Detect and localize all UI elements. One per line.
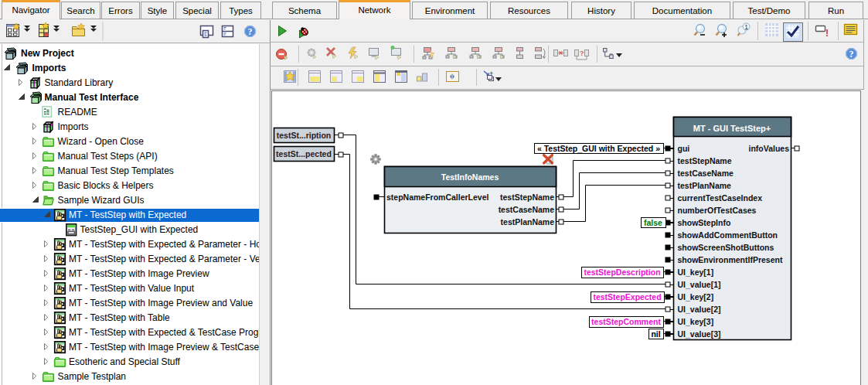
- svg-text:testPlanName: testPlanName: [501, 217, 555, 227]
- svg-text:testStepName: testStepName: [678, 156, 732, 165]
- svg-text:testStepDescription: testStepDescription: [584, 267, 660, 277]
- svg-text:testPlanName: testPlanName: [678, 181, 732, 190]
- svg-text:infoValues: infoValues: [748, 144, 789, 153]
- svg-text:?: ?: [248, 26, 253, 37]
- svg-text:UI_value[1]: UI_value[1]: [678, 280, 721, 289]
- svg-text:testStepComment: testStepComment: [591, 317, 661, 326]
- svg-text:testCaseName: testCaseName: [678, 169, 734, 178]
- svg-text:!: !: [825, 28, 829, 39]
- svg-text:showStepInfo: showStepInfo: [678, 218, 731, 227]
- svg-text:testStepExpected: testStepExpected: [593, 292, 661, 302]
- svg-text:showAddCommentButton: showAddCommentButton: [678, 230, 778, 240]
- svg-text:showScreenShotButtons: showScreenShotButtons: [678, 243, 774, 252]
- svg-text:MT - GUI TestStep+: MT - GUI TestStep+: [693, 124, 771, 133]
- svg-text:gui: gui: [678, 144, 690, 153]
- svg-text:« TestStep_GUI with Expected »: « TestStep_GUI with Expected »: [537, 144, 660, 153]
- svg-text:testStepName: testStepName: [500, 192, 554, 202]
- svg-text:testSt...pected: testSt...pected: [276, 149, 332, 158]
- svg-text:1: 1: [744, 23, 748, 31]
- svg-text:testSt...ription: testSt...ription: [277, 131, 332, 140]
- svg-text:numberOfTestCases: numberOfTestCases: [678, 206, 757, 215]
- svg-text:TestInfoNames: TestInfoNames: [441, 172, 499, 182]
- svg-text:false: false: [644, 218, 662, 227]
- svg-text:?: ?: [849, 49, 854, 60]
- svg-text:?: ?: [580, 49, 584, 57]
- svg-text:stepNameFromCallerLevel: stepNameFromCallerLevel: [386, 192, 489, 202]
- svg-text:UI_value[3]: UI_value[3]: [678, 329, 721, 339]
- svg-text:UI_key[3]: UI_key[3]: [678, 317, 714, 326]
- svg-text:UI_key[1]: UI_key[1]: [678, 267, 714, 277]
- svg-text:UI_key[2]: UI_key[2]: [678, 292, 714, 302]
- svg-text:testCaseName: testCaseName: [499, 205, 555, 214]
- svg-text:nil: nil: [651, 329, 660, 339]
- svg-text:currentTestCaseIndex: currentTestCaseIndex: [678, 193, 763, 203]
- svg-text:showEnvironmentIfPresent: showEnvironmentIfPresent: [678, 255, 783, 264]
- svg-text:UI_value[2]: UI_value[2]: [678, 305, 721, 314]
